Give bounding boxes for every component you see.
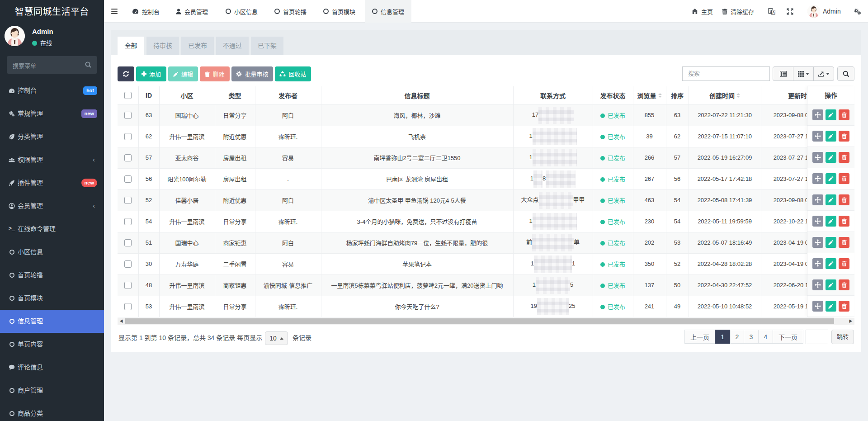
svg-text:A: A xyxy=(772,10,775,14)
